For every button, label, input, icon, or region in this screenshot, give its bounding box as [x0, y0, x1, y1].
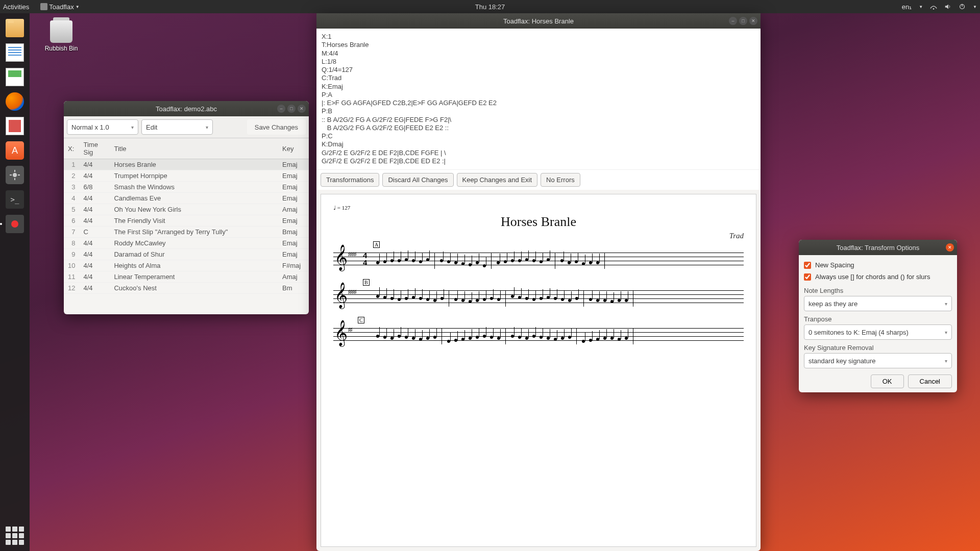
launcher-writer[interactable]	[3, 41, 27, 64]
maximize-button[interactable]: □	[287, 105, 296, 113]
table-row[interactable]: 10 4/4 Heights of Alma F#maj	[64, 260, 309, 271]
svg-point-4	[13, 173, 17, 177]
transpose-dropdown[interactable]: 0 semitones to K: Emaj (4 sharps)	[804, 324, 952, 340]
window-titlebar[interactable]: Toadflax: Horses Branle – □ ✕	[316, 13, 761, 29]
close-button[interactable]: ✕	[749, 17, 757, 25]
launcher-firefox[interactable]	[3, 90, 27, 113]
launcher-settings[interactable]	[3, 163, 27, 187]
activities-button[interactable]: Activities	[3, 3, 29, 11]
ok-button[interactable]: OK	[871, 374, 904, 388]
files-icon	[6, 19, 24, 37]
cell-key: Emaj	[278, 159, 309, 170]
minimize-button[interactable]: –	[729, 17, 737, 25]
trash-label: Rubbish Bin	[41, 45, 82, 52]
dropdown-value: 0 semitones to K: Emaj (4 sharps)	[808, 329, 909, 336]
cell-key: Amaj	[278, 271, 309, 283]
chevron-down-icon: ▼	[919, 5, 923, 9]
note-lengths-dropdown[interactable]: keep as they are	[804, 296, 952, 311]
window-title: Toadflax: demo2.abc	[156, 105, 217, 113]
table-row[interactable]: 5 4/4 Oh You New York Girls Amaj	[64, 204, 309, 215]
clock[interactable]: Thu 18:27	[475, 3, 505, 11]
keysig-removal-dropdown[interactable]: standard key signature	[804, 353, 952, 368]
col-title[interactable]: Title	[110, 138, 278, 159]
table-row[interactable]: 6 4/4 The Friendly Visit Emaj	[64, 215, 309, 227]
dropdown-value: standard key signature	[808, 357, 876, 365]
col-key[interactable]: Key	[278, 138, 309, 159]
close-button[interactable]: ✕	[298, 105, 306, 113]
keysig-removal-label: Key Signature Removal	[804, 344, 952, 352]
save-changes-button[interactable]: Save Changes	[247, 119, 306, 135]
table-row[interactable]: 12 4/4 Cuckoo's Nest Bm	[64, 283, 309, 294]
cell-x: 9	[64, 249, 79, 260]
table-row[interactable]: 7 C The First Slip "Arranged by Terry Tu…	[64, 227, 309, 238]
table-row[interactable]: 11 4/4 Linear Temperament Amaj	[64, 271, 309, 283]
minimize-button[interactable]: –	[277, 105, 285, 113]
cell-key: Bm	[278, 283, 309, 294]
mode-dropdown[interactable]: Edit	[141, 119, 213, 135]
transformations-button[interactable]: Transformations	[321, 173, 379, 187]
tune-list-window: Toadflax: demo2.abc – □ ✕ Normal x 1.0 E…	[64, 101, 309, 314]
table-row[interactable]: 4 4/4 Candlemas Eve Emaj	[64, 193, 309, 204]
launcher-recorder[interactable]	[3, 212, 27, 236]
input-source-indicator[interactable]: en₁	[902, 3, 912, 11]
score-tempo: ♩ = 127	[333, 205, 744, 211]
cell-timesig: 4/4	[79, 260, 110, 271]
checkbox-input[interactable]	[804, 262, 811, 269]
gnome-top-bar: Activities Toadflax ▼ Thu 18:27 en₁ ▼ ▼	[0, 0, 980, 13]
record-icon	[6, 215, 24, 233]
col-timesig[interactable]: Time Sig	[79, 138, 110, 159]
app-menu[interactable]: Toadflax ▼	[40, 3, 79, 11]
table-row[interactable]: 9 4/4 Daramad of Shur Emaj	[64, 249, 309, 260]
cell-x: 3	[64, 182, 79, 193]
launcher-calc[interactable]	[3, 65, 27, 89]
launcher-software[interactable]: A	[3, 139, 27, 162]
table-row[interactable]: 2 4/4 Trumpet Hornpipe Emaj	[64, 170, 309, 182]
settings-icon	[6, 166, 24, 184]
cell-timesig: 4/4	[79, 215, 110, 227]
time-signature: 44	[363, 252, 367, 267]
table-row[interactable]: 3 6/8 Smash the Windows Emaj	[64, 182, 309, 193]
close-button[interactable]: ✕	[946, 243, 954, 252]
cell-key: Amaj	[278, 204, 309, 215]
launcher-files[interactable]	[3, 16, 27, 40]
abc-source-editor[interactable]: X:1 T:Horses Branle M:4/4 L:1/8 Q:1/4=12…	[316, 29, 761, 169]
cell-title: Trumpet Hornpipe	[110, 170, 278, 182]
keep-changes-button[interactable]: Keep Changes and Exit	[457, 173, 538, 187]
software-icon: A	[6, 141, 24, 160]
maximize-button[interactable]: □	[739, 17, 747, 25]
mode-value: Edit	[146, 123, 157, 131]
checkbox-input[interactable]	[804, 273, 811, 281]
new-spacing-checkbox[interactable]: New Spacing	[804, 259, 952, 271]
terminal-icon: >_	[6, 190, 24, 209]
cancel-button[interactable]: Cancel	[908, 374, 952, 388]
table-row[interactable]: 8 4/4 Roddy McCawley Emaj	[64, 238, 309, 249]
zoom-dropdown[interactable]: Normal x 1.0	[67, 119, 138, 135]
errors-indicator[interactable]: No Errors	[541, 173, 580, 187]
power-icon[interactable]	[959, 3, 966, 10]
staff-line-c: C 𝄞 ♯♯	[333, 319, 744, 348]
always-brackets-checkbox[interactable]: Always use [] for chords and () for slur…	[804, 271, 952, 283]
cell-timesig: C	[79, 227, 110, 238]
launcher-terminal[interactable]: >_	[3, 188, 27, 211]
cell-key: Emaj	[278, 249, 309, 260]
note-lengths-label: Note Lengths	[804, 287, 952, 294]
svg-point-1	[933, 8, 935, 10]
desktop-trash[interactable]: Rubbish Bin	[41, 20, 82, 52]
editor-window: Toadflax: Horses Branle – □ ✕ X:1 T:Hors…	[316, 13, 761, 551]
cell-key: Emaj	[278, 215, 309, 227]
col-x[interactable]: X:	[64, 138, 79, 159]
cell-x: 8	[64, 238, 79, 249]
table-row[interactable]: 1 4/4 Horses Branle Emaj	[64, 159, 309, 170]
launcher-impress[interactable]	[3, 114, 27, 138]
treble-clef-icon: 𝄞	[334, 284, 348, 307]
dropdown-value: keep as they are	[808, 300, 857, 308]
dialog-titlebar[interactable]: Toadflax: Transform Options ✕	[799, 240, 957, 255]
discard-changes-button[interactable]: Discard All Changes	[382, 173, 453, 187]
rehearsal-mark: B	[363, 279, 370, 286]
cell-timesig: 4/4	[79, 159, 110, 170]
network-icon[interactable]	[930, 3, 937, 10]
volume-icon[interactable]	[944, 3, 951, 10]
transform-options-dialog: Toadflax: Transform Options ✕ New Spacin…	[799, 240, 957, 392]
window-titlebar[interactable]: Toadflax: demo2.abc – □ ✕	[64, 101, 309, 116]
show-applications-button[interactable]	[6, 527, 24, 545]
